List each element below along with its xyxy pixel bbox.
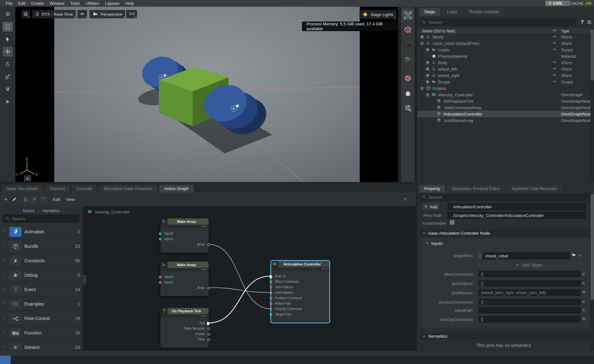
tab-render-settings[interactable]: Render Settings xyxy=(465,8,504,16)
prim-name[interactable]: body xyxy=(438,60,447,65)
prim-name[interactable]: Scope xyxy=(438,80,450,84)
jointIndices-field[interactable]: [] xyxy=(478,280,581,287)
scale-tool-button[interactable] xyxy=(3,72,13,82)
stage-lights-button[interactable]: Stage Lights xyxy=(359,10,396,19)
node-options-dots[interactable]: ●●● xyxy=(271,267,329,271)
jointNames-field[interactable]: [wheel_joint_right, wheel_joint_left] xyxy=(478,289,581,296)
effortCommand-field[interactable]: [] xyxy=(478,271,581,277)
remove-target-button[interactable]: ✕ xyxy=(578,252,583,259)
nodes-tab[interactable]: Nodes xyxy=(23,208,35,213)
green-cubes-button[interactable] xyxy=(402,54,414,65)
category-animation[interactable]: Animation2 xyxy=(0,225,82,239)
node-options-dots[interactable]: ●●● xyxy=(160,268,209,271)
layout-button-3[interactable] xyxy=(40,196,47,203)
menu-file[interactable]: File xyxy=(3,0,15,7)
viewport-settings-button[interactable] xyxy=(22,10,30,18)
prim-name[interactable]: mock_robot (defaultPrim) xyxy=(433,41,479,46)
tree-row-jointnamearray[interactable]: JointNameArrayOmniGraphNode xyxy=(417,117,590,124)
node-options-dots[interactable]: ●●● xyxy=(160,225,209,228)
viewport-3d[interactable]: Z Y X RTX - Real-Time Perspective Stage … xyxy=(15,7,398,182)
add-target-button[interactable]: Add Target... xyxy=(478,262,583,268)
tree-row-wheel-right[interactable]: +wheel_rightXform xyxy=(417,72,590,79)
tab-stage[interactable]: Stage xyxy=(419,8,440,16)
port-exec-in[interactable] xyxy=(270,275,273,278)
rotate-tool-button[interactable] xyxy=(3,59,13,69)
broadcast-button[interactable] xyxy=(126,10,137,18)
category-constants[interactable]: XConstants56 xyxy=(0,254,82,268)
port-input1[interactable] xyxy=(159,238,161,240)
type-column-header[interactable]: Type xyxy=(561,29,569,33)
category-debug[interactable]: Debug5 xyxy=(0,268,82,282)
tree-row-scope[interactable]: +ScopeScope xyxy=(417,79,590,85)
visibility-eye-icon[interactable] xyxy=(550,61,558,65)
array-menu-icon[interactable] xyxy=(581,317,586,321)
mass-weight-button[interactable] xyxy=(402,88,414,99)
visibility-button[interactable] xyxy=(77,10,87,18)
tree-row-world[interactable]: +WorldXform xyxy=(417,34,590,40)
tree-row-wheel-left[interactable]: +wheel_leftXform xyxy=(417,66,590,72)
port-input0[interactable] xyxy=(159,276,161,278)
port-joint-names[interactable] xyxy=(270,291,272,294)
tree-row-looks[interactable]: +LooksScope xyxy=(417,47,590,53)
prim-name[interactable]: OnPlaybackTick xyxy=(443,99,473,104)
graph-menu-edit[interactable]: Edit xyxy=(53,197,60,202)
tree-row-body[interactable]: +bodyXform xyxy=(417,59,590,66)
prim-name[interactable]: World xyxy=(433,35,443,39)
graph-node-make_array_2[interactable]: Make Array●●●Input0Input1Array xyxy=(160,261,209,296)
category-bundle[interactable]: Bundle15 xyxy=(0,239,82,254)
tree-row-physicsmaterial[interactable]: PhysicsMaterialMaterial xyxy=(417,53,590,59)
new-graph-button[interactable] xyxy=(3,196,10,203)
visibility-eye-icon[interactable] xyxy=(550,80,558,84)
chevron-right-icon[interactable] xyxy=(3,273,6,277)
layout-button-2[interactable] xyxy=(31,196,38,203)
expand-icon[interactable]: + xyxy=(426,48,429,52)
stage-search[interactable]: Search xyxy=(419,18,576,26)
node-header[interactable]: On Playback Tick xyxy=(160,308,209,314)
graph-canvas[interactable]: Velocity_Controller ‹ Make Array●●●Input… xyxy=(82,206,416,351)
port-effort-command[interactable] xyxy=(270,281,272,283)
tree-row-articulationcontroller[interactable]: ArticulationControllerOmniGraphNode xyxy=(417,111,590,117)
menu-layouts[interactable]: Layouts xyxy=(102,0,123,7)
live-dropdown-button[interactable]: ▾ xyxy=(564,1,570,6)
camera-button[interactable]: Perspective xyxy=(90,10,125,18)
port-input0[interactable] xyxy=(159,232,161,235)
prim-name[interactable]: ArticulationController xyxy=(443,112,482,117)
positionCommand-field[interactable]: [] xyxy=(478,299,581,305)
cursor-tool-button[interactable] xyxy=(3,34,13,44)
tree-column-headers[interactable]: Name (Old to New) Type xyxy=(417,28,594,34)
delete-prim-button[interactable] xyxy=(402,24,414,35)
select-box-tool-button[interactable] xyxy=(3,22,13,31)
dark-cube-button[interactable] xyxy=(402,39,414,50)
visibility-eye-icon[interactable] xyxy=(550,67,558,71)
expand-icon[interactable]: + xyxy=(426,67,429,71)
tab-content[interactable]: Content xyxy=(45,185,70,193)
chevron-right-icon[interactable] xyxy=(3,244,6,248)
live-button[interactable]: ⚡ LIVE xyxy=(546,1,564,6)
target-prim-field[interactable]: /mock_robot xyxy=(483,252,570,259)
node-header[interactable]: Make Array xyxy=(160,262,209,268)
tab-synthetic-data-recorder[interactable]: Synthetic Data Recorder xyxy=(507,185,562,193)
tree-row-onplaybacktick[interactable]: OnPlaybackTickOmniGraphNode xyxy=(417,98,590,104)
category-event[interactable]: Event14 xyxy=(0,282,82,297)
collapse-icon[interactable]: − xyxy=(426,93,429,97)
palette-search[interactable]: Search xyxy=(3,214,80,223)
menu-utilities[interactable]: Utilities xyxy=(83,0,102,7)
viewport-hamburger-button[interactable] xyxy=(3,9,13,19)
play-button-button[interactable] xyxy=(3,97,13,107)
chevron-right-icon[interactable] xyxy=(3,230,6,234)
collapse-icon[interactable]: − xyxy=(420,42,424,45)
filter-icon[interactable] xyxy=(580,20,585,24)
graph-node-on_playback_tick[interactable]: On Playback Tick●●●TickDelta SecondsFram… xyxy=(160,308,209,348)
prim-name[interactable]: Graphs xyxy=(433,86,446,91)
name-column-header[interactable]: Name (Old to New) xyxy=(417,29,455,33)
tab-action-graph[interactable]: Action Graph xyxy=(159,185,194,193)
wire[interactable] xyxy=(208,288,271,292)
port-time[interactable] xyxy=(207,338,210,341)
prim-name[interactable]: Velocity_Controller xyxy=(438,92,473,97)
port-array[interactable] xyxy=(207,287,210,290)
port-velocity-command[interactable] xyxy=(270,308,272,310)
node-options-dots[interactable]: ●●● xyxy=(160,314,209,317)
port-delta-seconds[interactable] xyxy=(207,327,210,330)
node-section-header[interactable]: ▼ Isaac Articulation Controller Node xyxy=(419,230,590,237)
stage-cubes-button[interactable] xyxy=(402,10,414,21)
